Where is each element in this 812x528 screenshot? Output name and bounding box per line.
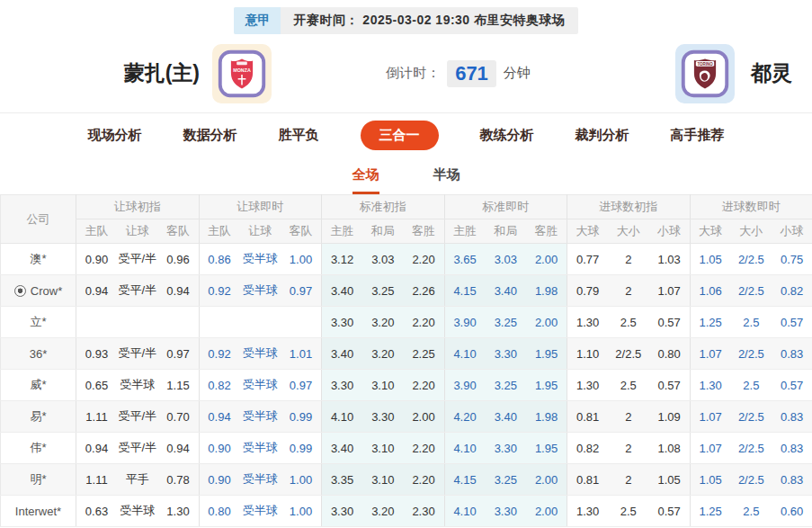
sub-header-standard-live-2: 客胜 (526, 219, 567, 244)
odds-cell-standard-initial-1: 3.20 (362, 307, 404, 338)
odds-cell-standard-initial-0: 3.40 (322, 433, 363, 464)
odds-cell-standard-live-0: 3.65 (444, 244, 486, 275)
odds-cell-standard-live-2: 2.00 (526, 496, 567, 527)
tab-referee-analysis[interactable]: 裁判分析 (576, 127, 629, 144)
odds-cell-goals-initial-1: 2/2.5 (608, 338, 649, 370)
tab-data-analysis[interactable]: 数据分析 (183, 127, 237, 144)
subtab-full-match[interactable]: 全场 (352, 166, 379, 194)
odds-cell-handicap-initial-1: 受平/半 (117, 338, 158, 370)
company-cell: 立* (1, 307, 76, 338)
odds-cell-handicap-initial-0: 0.65 (76, 370, 118, 401)
match-header: 蒙扎(主) MONZA 倒计时： 671 分钟 TORINO (0, 34, 812, 113)
odds-cell-standard-live-1: 3.30 (486, 433, 527, 464)
odds-cell-handicap-live-0: 0.90 (199, 464, 240, 496)
odds-cell-handicap-initial-0: 0.94 (76, 275, 118, 307)
odds-cell-handicap-live-1: 受半球 (240, 401, 281, 433)
odds-cell-standard-initial-0: 3.30 (322, 496, 363, 527)
odds-cell-standard-initial-1: 3.25 (362, 275, 404, 307)
odds-cell-handicap-initial-0: 0.94 (76, 433, 118, 464)
tab-three-in-one[interactable]: 三合一 (361, 121, 439, 150)
odds-cell-standard-live-2: 1.95 (526, 370, 567, 401)
odds-cell-standard-live-1: 3.30 (486, 496, 527, 527)
odds-cell-standard-initial-0: 3.30 (322, 307, 363, 338)
company-cell: 威* (1, 370, 76, 401)
odds-cell-standard-live-1: 3.30 (486, 338, 527, 370)
odds-cell-goals-initial-2: 1.07 (649, 275, 691, 307)
odds-cell-goals-initial-0: 0.79 (567, 275, 609, 307)
sub-header-handicap-initial-1: 让球 (117, 219, 158, 244)
sub-header-handicap-initial-2: 客队 (158, 219, 200, 244)
odds-cell-handicap-live-0: 0.92 (199, 338, 240, 370)
odds-cell-goals-live-0: 1.07 (690, 433, 731, 464)
odds-cell-goals-live-2: 0.82 (772, 275, 812, 307)
countdown-value: 671 (447, 60, 496, 87)
odds-cell-handicap-live-0: 0.86 (199, 244, 240, 275)
odds-cell-goals-initial-0: 1.10 (567, 338, 609, 370)
odds-cell-handicap-initial-1: 平手 (117, 464, 158, 496)
tab-win-draw-loss[interactable]: 胜平负 (279, 127, 319, 144)
odds-cell-handicap-live-2: 1.00 (281, 464, 322, 496)
odds-cell-standard-initial-1: 3.20 (362, 496, 404, 527)
odds-cell-goals-initial-2: 1.05 (649, 464, 691, 496)
group-header-standard-initial: 标准初指 (322, 195, 445, 219)
odds-cell-standard-initial-2: 2.26 (404, 275, 445, 307)
odds-cell-standard-live-2: 1.95 (526, 338, 567, 370)
odds-cell-standard-live-2: 1.98 (526, 275, 567, 307)
odds-cell-handicap-live-0 (199, 307, 240, 338)
odds-cell-standard-initial-2: 2.25 (404, 338, 445, 370)
odds-cell-standard-initial-2: 2.20 (404, 307, 445, 338)
odds-cell-goals-initial-2: 1.03 (649, 244, 691, 275)
odds-cell-goals-initial-2: 0.57 (649, 307, 691, 338)
odds-cell-standard-live-2: 2.00 (526, 307, 567, 338)
odds-cell-standard-live-0: 3.90 (444, 307, 486, 338)
odds-cell-goals-live-0: 1.30 (690, 370, 731, 401)
table-row: 伟*0.94受平/半0.940.90受半球0.993.403.102.204.1… (1, 433, 812, 464)
subtab-half-match[interactable]: 半场 (433, 166, 460, 194)
odds-table-head: 公司让球初指让球即时标准初指标准即时进球数初指进球数即时主队让球客队主队让球客队… (1, 195, 812, 244)
odds-table-body: 澳*0.90受平/半0.960.86受半球1.003.123.032.203.6… (1, 244, 812, 527)
odds-cell-standard-live-1: 3.25 (486, 464, 527, 496)
countdown-label: 倒计时： (386, 65, 440, 82)
odds-cell-standard-live-1: 3.40 (486, 275, 527, 307)
odds-cell-goals-initial-0: 0.77 (567, 244, 609, 275)
tab-expert-picks[interactable]: 高手推荐 (671, 127, 725, 144)
tab-live-analysis[interactable]: 现场分析 (88, 127, 142, 144)
odds-cell-goals-live-2: 0.75 (772, 244, 812, 275)
odds-cell-goals-live-1: 2/2.5 (731, 338, 772, 370)
table-row: 36*0.93受平/半0.970.92受半球1.013.403.202.254.… (1, 338, 812, 370)
odds-cell-handicap-live-2 (281, 307, 322, 338)
odds-cell-handicap-initial-2: 0.94 (158, 433, 200, 464)
group-header-goals-live: 进球数即时 (690, 195, 812, 219)
odds-cell-standard-live-0: 4.15 (444, 464, 486, 496)
odds-cell-goals-initial-2: 0.57 (649, 496, 691, 527)
company-cell: Crow* (1, 275, 76, 307)
odds-cell-goals-initial-1: 2.5 (608, 496, 649, 527)
odds-cell-handicap-live-0: 0.82 (199, 370, 240, 401)
odds-cell-handicap-live-2: 1.00 (281, 496, 322, 527)
table-row: Crow*0.94受平/半0.940.92受半球0.973.403.252.26… (1, 275, 812, 307)
odds-cell-standard-live-2: 1.98 (526, 401, 567, 433)
subtabs: 全场半场 (0, 155, 812, 194)
odds-cell-goals-live-1: 2/2.5 (731, 464, 772, 496)
odds-cell-handicap-live-1: 受半球 (240, 338, 281, 370)
odds-cell-goals-initial-2: 1.08 (649, 433, 691, 464)
odds-cell-goals-live-1: 2/2.5 (731, 244, 772, 275)
group-header-goals-initial: 进球数初指 (567, 195, 691, 219)
odds-cell-handicap-initial-2: 0.97 (158, 338, 200, 370)
table-row: 澳*0.90受平/半0.960.86受半球1.003.123.032.203.6… (1, 244, 812, 275)
nav-tabs: 现场分析数据分析胜平负三合一教练分析裁判分析高手推荐 (0, 115, 812, 155)
odds-cell-goals-live-1: 2.5 (731, 370, 772, 401)
soccer-ball-icon (14, 285, 26, 297)
odds-cell-standard-initial-2: 2.20 (404, 244, 445, 275)
odds-cell-standard-initial-1: 3.10 (362, 433, 404, 464)
odds-cell-goals-live-1: 2/2.5 (731, 401, 772, 433)
sub-header-standard-live-1: 和局 (486, 219, 527, 244)
odds-cell-goals-live-2: 0.60 (772, 496, 812, 527)
sub-header-goals-live-0: 大球 (690, 219, 731, 244)
tab-coach-analysis[interactable]: 教练分析 (480, 127, 534, 144)
odds-cell-goals-initial-1: 2 (608, 275, 649, 307)
sub-header-goals-live-1: 大小 (731, 219, 772, 244)
countdown-unit: 分钟 (504, 65, 531, 82)
odds-cell-handicap-initial-1: 受平/半 (117, 433, 158, 464)
odds-cell-standard-initial-0: 3.40 (322, 275, 363, 307)
